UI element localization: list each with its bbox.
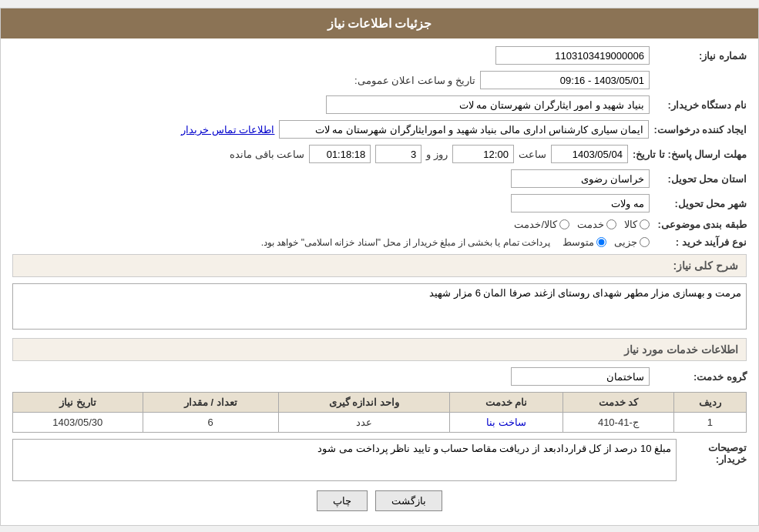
radio-kala[interactable] — [640, 219, 650, 229]
nooe-row: نوع فرآیند خرید : جزیی متوسط پرداخت تمام… — [12, 236, 747, 248]
tabaqe-label: طبقه بندی موضوعی: — [654, 219, 747, 230]
table-row: 1 ج-41-410 ساخت بنا عدد 6 1403/05/30 — [13, 413, 747, 433]
col-kod: کد خدمت — [563, 393, 673, 413]
tawsif-textarea[interactable] — [12, 439, 677, 481]
shomare-niaz-input[interactable] — [495, 46, 650, 65]
mohlat-saat-input[interactable] — [452, 145, 514, 163]
cell-vahed: عدد — [278, 413, 449, 433]
radio-motavaset[interactable] — [596, 237, 606, 247]
ostan-label: استان محل تحویل: — [654, 173, 747, 185]
col-vahed: واحد اندازه گیری — [278, 393, 449, 413]
ijad-input[interactable] — [279, 120, 649, 139]
tawsif-row: توصیحات خریدار: — [12, 439, 747, 481]
page-title: جزئیات اطلاعات نیاز — [327, 17, 432, 30]
col-tarikh: تاریخ نیاز — [13, 393, 143, 413]
page-header: جزئیات اطلاعات نیاز — [1, 8, 758, 38]
col-nam: نام خدمت — [450, 393, 563, 413]
tabaqe-radio-group: کالا خدمت کالا/خدمت — [514, 219, 650, 230]
table-header-row: ردیف کد خدمت نام خدمت واحد اندازه گیری ت… — [13, 393, 747, 413]
nooe-radio-group: جزیی متوسط — [563, 236, 650, 248]
radio-jozei-label: جزیی — [614, 236, 637, 248]
shomare-niaz-label: شماره نیاز: — [654, 50, 747, 62]
radio-motavaset-item: متوسط — [563, 236, 606, 248]
nam-dastgah-label: نام دستگاه خریدار: — [654, 99, 747, 111]
sharh-textarea[interactable] — [12, 283, 747, 330]
services-table-section: ردیف کد خدمت نام خدمت واحد اندازه گیری ت… — [12, 392, 747, 433]
gorohe-row: گروه خدمت: — [12, 367, 747, 386]
ijad-label: ایجاد کننده درخواست: — [653, 124, 747, 136]
ettelaat-khadamat-title: اطلاعات خدمات مورد نیاز — [12, 338, 747, 361]
sharh-section-title: شرح کلی نیاز: — [12, 254, 747, 277]
cell-radif: 1 — [673, 413, 746, 433]
tarikh-row: شماره نیاز: تاریخ و ساعت اعلان عمومی: — [12, 71, 747, 89]
mohlat-date-input[interactable] — [551, 145, 628, 163]
tabaqe-row: طبقه بندی موضوعی: کالا خدمت کالا/خدمت — [12, 219, 747, 230]
nooe-label: نوع فرآیند خرید : — [654, 236, 747, 248]
radio-khadamat-label: خدمت — [577, 219, 604, 230]
col-tedad: تعداد / مقدار — [143, 393, 278, 413]
content-area: شماره نیاز: شماره نیاز: تاریخ و ساعت اعل… — [1, 38, 758, 525]
ettelaat-tamas-link[interactable]: اطلاعات تماس خریدار — [181, 124, 274, 136]
shahr-input[interactable] — [511, 194, 650, 212]
radio-kala-khadamat[interactable] — [559, 219, 569, 229]
cell-tedad: 6 — [143, 413, 278, 433]
mohlat-baqi-input[interactable] — [309, 145, 371, 163]
cell-kod: ج-41-410 — [563, 413, 673, 433]
cell-tarikh: 1403/05/30 — [13, 413, 143, 433]
radio-motavaset-label: متوسط — [563, 236, 594, 248]
shahr-row: شهر محل تحویل: — [12, 194, 747, 212]
mohlat-baqi-label: ساعت باقی مانده — [230, 149, 304, 160]
mohlat-row: مهلت ارسال پاسخ: تا تاریخ: ساعت روز و سا… — [12, 145, 747, 163]
radio-jozei-item: جزیی — [614, 236, 650, 248]
gorohe-input[interactable] — [511, 367, 650, 386]
mohlat-roz-input[interactable] — [375, 145, 421, 163]
ijad-row: ایجاد کننده درخواست: اطلاعات تماس خریدار — [12, 120, 747, 139]
ostan-input[interactable] — [511, 169, 650, 188]
ostan-row: استان محل تحویل: — [12, 169, 747, 188]
radio-khadamat-item: خدمت — [577, 219, 616, 230]
radio-extra-text: پرداخت تمام یا بخشی از مبلغ خریدار از مح… — [261, 237, 550, 248]
sharh-area — [12, 283, 747, 332]
radio-jozei[interactable] — [640, 237, 650, 247]
tarikh-input[interactable] — [480, 71, 650, 89]
shahr-label: شهر محل تحویل: — [654, 198, 747, 209]
radio-khadamat[interactable] — [606, 219, 616, 229]
print-button[interactable]: چاپ — [317, 490, 368, 511]
radio-kala-khadamat-label: کالا/خدمت — [514, 219, 557, 230]
tarikh-label: تاریخ و ساعت اعلان عمومی: — [354, 75, 475, 86]
nam-dastgah-input[interactable] — [326, 95, 650, 114]
mohlat-roz-label: روز و — [426, 149, 448, 160]
shomare-niaz-row: شماره نیاز: — [12, 46, 747, 65]
services-table: ردیف کد خدمت نام خدمت واحد اندازه گیری ت… — [12, 392, 747, 433]
back-button[interactable]: بازگشت — [375, 490, 442, 511]
buttons-row: بازگشت چاپ — [12, 490, 747, 511]
radio-kala-label: کالا — [624, 219, 637, 230]
radio-kala-khadamat-item: کالا/خدمت — [514, 219, 569, 230]
mohlat-saat-label: ساعت — [519, 149, 546, 160]
gorohe-label: گروه خدمت: — [654, 371, 747, 383]
col-radif: ردیف — [673, 393, 746, 413]
page-wrapper: جزئیات اطلاعات نیاز شماره نیاز: شماره نی… — [0, 8, 759, 526]
nam-dastgah-row: نام دستگاه خریدار: — [12, 95, 747, 114]
radio-kala-item: کالا — [624, 219, 650, 230]
cell-nam: ساخت بنا — [450, 413, 563, 433]
tawsif-label: توصیحات خریدار: — [681, 439, 747, 465]
mohlat-label: مهلت ارسال پاسخ: تا تاریخ: — [633, 149, 747, 160]
